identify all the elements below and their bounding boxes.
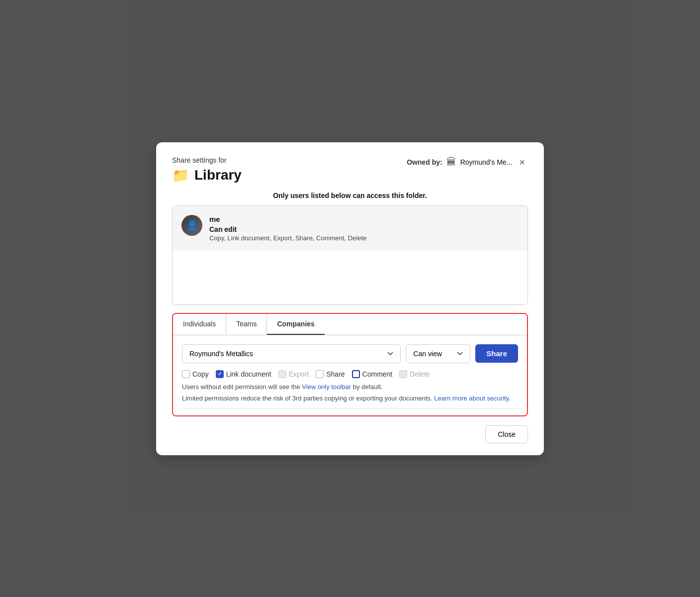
header-right: Owned by: 🏛 Roymund's Me... × <box>407 156 528 168</box>
copy-label: Copy <box>192 370 209 378</box>
tab-content-companies: Roymund's Metallics Can view Can edit No… <box>173 335 527 415</box>
security-notice: Limited permissions reduce the risk of 3… <box>182 395 518 402</box>
user-row: 👤 me Can edit Copy, Link document, Expor… <box>173 206 527 251</box>
view-only-notice: Users without edit permission will see t… <box>182 383 518 391</box>
notice-after-link: by default. <box>351 383 383 391</box>
user-name: me <box>209 215 519 223</box>
org-icon: 🏛 <box>446 156 456 168</box>
user-permissions-detail: Copy, Link document, Export, Share, Comm… <box>209 234 519 242</box>
perm-share: Share <box>316 370 345 378</box>
avatar: 👤 <box>181 215 202 236</box>
tabs-section: Individuals Teams Companies Roymund's Me… <box>172 313 528 416</box>
users-box: 👤 me Can edit Copy, Link document, Expor… <box>172 205 528 305</box>
share-settings-modal: Share settings for 📁 Library Owned by: 🏛… <box>156 142 544 455</box>
company-select[interactable]: Roymund's Metallics <box>182 344 401 363</box>
comment-label: Comment <box>362 370 393 378</box>
tab-individuals[interactable]: Individuals <box>173 314 226 335</box>
link-document-checkbox[interactable] <box>216 370 224 378</box>
comment-checkbox[interactable] <box>352 370 360 378</box>
perm-delete: Delete <box>399 370 430 378</box>
access-notice: Only users listed below can access this … <box>172 192 528 199</box>
modal-title-prefix: Share settings for <box>172 156 407 164</box>
perm-export: Export <box>278 370 309 378</box>
perm-link-document: Link document <box>216 370 271 378</box>
link-document-label: Link document <box>226 370 271 378</box>
tab-companies[interactable]: Companies <box>267 314 324 335</box>
avatar-placeholder: 👤 <box>181 215 202 236</box>
perm-copy: Copy <box>182 370 209 378</box>
tab-teams[interactable]: Teams <box>226 314 267 335</box>
delete-label: Delete <box>410 370 430 378</box>
share-label: Share <box>326 370 345 378</box>
org-name: Roymund's Me... <box>460 158 513 166</box>
folder-name: Library <box>194 167 242 183</box>
delete-checkbox[interactable] <box>399 370 407 378</box>
share-button[interactable]: Share <box>475 344 518 363</box>
close-modal-x-button[interactable]: × <box>516 156 528 168</box>
perm-comment: Comment <box>352 370 393 378</box>
permissions-row: Copy Link document Export Share <box>182 370 518 378</box>
notice-before-link: Users without edit permission will see t… <box>182 383 302 391</box>
close-button[interactable]: Close <box>485 425 528 443</box>
modal-overlay: Share settings for 📁 Library Owned by: 🏛… <box>0 0 700 597</box>
export-label: Export <box>289 370 309 378</box>
share-checkbox[interactable] <box>316 370 324 378</box>
folder-icon: 📁 <box>172 167 189 184</box>
permission-select[interactable]: Can view Can edit No access <box>406 344 470 363</box>
security-before-link: Limited permissions reduce the risk of 3… <box>182 395 434 402</box>
owned-by: Owned by: 🏛 Roymund's Me... <box>407 156 512 168</box>
view-only-toolbar-link[interactable]: View only toolbar <box>302 383 351 391</box>
section-divider <box>182 408 518 408</box>
tabs-header: Individuals Teams Companies <box>173 314 527 335</box>
user-permission-label: Can edit <box>209 225 519 233</box>
share-controls-row: Roymund's Metallics Can view Can edit No… <box>182 344 518 363</box>
modal-top-left: Share settings for 📁 Library <box>172 156 407 185</box>
user-info: me Can edit Copy, Link document, Export,… <box>209 215 519 242</box>
modal-top-header: Share settings for 📁 Library Owned by: 🏛… <box>172 156 528 185</box>
copy-checkbox[interactable] <box>182 370 190 378</box>
owned-by-label: Owned by: <box>407 158 442 166</box>
learn-more-security-link[interactable]: Learn more about security. <box>434 395 511 402</box>
modal-folder-row: 📁 Library <box>172 167 407 184</box>
export-checkbox[interactable] <box>278 370 286 378</box>
modal-footer: Close <box>172 425 528 443</box>
